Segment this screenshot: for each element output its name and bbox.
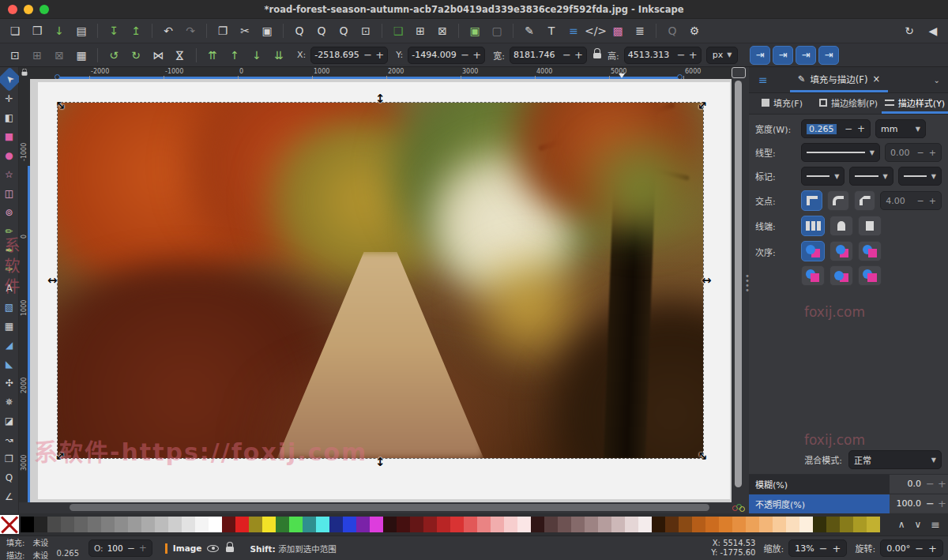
x-field[interactable]: -2518.695 −+: [310, 47, 388, 64]
palette-swatch[interactable]: [517, 517, 531, 532]
palette-swatch[interactable]: [88, 517, 101, 532]
palette-swatch[interactable]: [128, 517, 141, 532]
palette-swatch[interactable]: [504, 517, 517, 532]
palette-swatch[interactable]: [34, 517, 47, 532]
palette-swatch[interactable]: [773, 517, 786, 532]
tool-paint-bucket[interactable]: ◣: [1, 355, 18, 373]
color-management-icon[interactable]: [732, 504, 745, 513]
tool-pages[interactable]: ❐: [1, 449, 18, 468]
raise-icon[interactable]: ↑: [224, 46, 245, 65]
tool-ellipse[interactable]: ●: [1, 146, 18, 164]
palette-swatch[interactable]: [303, 517, 316, 532]
text-dialog-icon[interactable]: T: [541, 21, 562, 40]
tool-node-editor[interactable]: ✛: [1, 89, 18, 107]
palette-swatch[interactable]: [799, 517, 813, 532]
display-mode-icon[interactable]: [732, 67, 746, 78]
ungroup-icon[interactable]: ▢: [487, 21, 507, 40]
tool-gradient[interactable]: ▧: [1, 298, 18, 316]
cap-square-button[interactable]: [858, 216, 882, 236]
duplicate-icon[interactable]: ❑: [388, 21, 408, 40]
palette-swatch[interactable]: [544, 517, 558, 532]
palette-swatch[interactable]: [370, 517, 383, 532]
palette-swatch[interactable]: [625, 517, 638, 532]
selected-image[interactable]: [58, 103, 703, 458]
palette-swatch[interactable]: [813, 517, 826, 532]
find-icon[interactable]: Q: [662, 21, 683, 40]
dash-pattern-dropdown[interactable]: ▼: [801, 143, 880, 162]
current-layer-name[interactable]: Image: [173, 543, 202, 553]
stroke-value[interactable]: 未设: [32, 549, 48, 560]
palette-swatch[interactable]: [74, 517, 88, 532]
palette-swatch[interactable]: [679, 517, 692, 532]
tool-tweak[interactable]: ✣: [1, 374, 18, 392]
swatches-dialog-icon[interactable]: ▩: [608, 21, 628, 40]
palette-swatch[interactable]: [571, 517, 585, 532]
opacity-field[interactable]: O: 100 − +: [88, 539, 152, 557]
undo-icon[interactable]: ↶: [158, 21, 179, 40]
lower-icon[interactable]: ↓: [246, 46, 267, 65]
palette-swatch[interactable]: [692, 517, 705, 532]
tool-eraser[interactable]: ◪: [1, 412, 18, 430]
opacity-slider[interactable]: 不透明度(%): [749, 494, 890, 513]
zoom-page-icon[interactable]: Q: [311, 21, 332, 40]
palette-swatch[interactable]: [853, 517, 867, 532]
height-field[interactable]: 4513.313 −+: [624, 47, 702, 64]
stroke-unit-dropdown[interactable]: mm ▼: [875, 119, 926, 138]
collapse-snapbar-icon[interactable]: ◀: [923, 21, 943, 40]
subtab-stroke-style[interactable]: 描边样式(Y): [882, 93, 948, 114]
palette-swatch[interactable]: [665, 517, 679, 532]
scale-gradient-toggle[interactable]: ⇥: [796, 46, 816, 65]
palette-menu-icon[interactable]: ≡: [931, 518, 940, 531]
fill-value[interactable]: 未设: [32, 536, 48, 548]
tool-spray[interactable]: ✵: [1, 393, 18, 411]
tool-star[interactable]: ☆: [1, 165, 18, 183]
palette-swatch[interactable]: [209, 517, 222, 532]
export-icon[interactable]: ↥: [126, 21, 146, 40]
layers-dialog-icon[interactable]: ≡: [563, 21, 584, 40]
palette-swatch[interactable]: [491, 517, 504, 532]
palette-swatch[interactable]: [249, 517, 262, 532]
palette-swatch[interactable]: [21, 517, 34, 532]
palette-swatch[interactable]: [840, 517, 853, 532]
palette-swatch[interactable]: [383, 517, 397, 532]
palette-swatch[interactable]: [397, 517, 410, 532]
select-all-layers-icon[interactable]: ⊞: [27, 46, 47, 65]
rotate-ccw-icon[interactable]: ↺: [103, 46, 124, 65]
save-document-icon[interactable]: ↓: [49, 21, 70, 40]
palette-swatch[interactable]: [262, 517, 276, 532]
palette-swatch[interactable]: [115, 517, 128, 532]
subtab-stroke-paint[interactable]: 描边绘制(P): [815, 93, 882, 114]
palette-swatch[interactable]: [61, 517, 74, 532]
palette-swatch[interactable]: [611, 517, 625, 532]
flip-horizontal-icon[interactable]: ⋈: [148, 46, 168, 65]
scale-stroke-toggle[interactable]: ⇥: [750, 46, 770, 65]
palette-swatch[interactable]: [558, 517, 571, 532]
clone-icon[interactable]: ⊞: [410, 21, 431, 40]
scale-handle-left[interactable]: ↔: [47, 275, 58, 287]
tool-3d-box[interactable]: ◫: [1, 184, 18, 202]
paint-order-button-2[interactable]: [830, 241, 853, 261]
cap-round-button[interactable]: [830, 216, 853, 236]
palette-swatch[interactable]: [155, 517, 168, 532]
horizontal-scrollbar[interactable]: [30, 502, 732, 513]
palette-swatch[interactable]: [786, 517, 799, 532]
palette-swatch[interactable]: [423, 517, 437, 532]
marker-mid-dropdown[interactable]: ▼: [849, 167, 893, 186]
zoom-frame-icon[interactable]: ⊡: [356, 21, 376, 40]
deselect-icon[interactable]: ⊠: [49, 46, 70, 65]
palette-swatch[interactable]: [464, 517, 477, 532]
palette-swatch[interactable]: [141, 517, 155, 532]
blur-slider[interactable]: 模糊(%): [749, 475, 890, 494]
tool-connector[interactable]: ↝: [1, 430, 18, 449]
scale-handle-top[interactable]: ↕: [375, 93, 386, 105]
layer-visibility-icon[interactable]: [207, 545, 219, 552]
paint-order-button-3[interactable]: [858, 241, 882, 261]
join-round-button[interactable]: [827, 190, 848, 211]
cut-icon[interactable]: ✂: [235, 21, 255, 40]
layer-lock-icon[interactable]: [226, 545, 234, 552]
tool-shape-builder[interactable]: ◧: [1, 108, 18, 126]
print-icon[interactable]: ▤: [71, 21, 92, 40]
palette-scroll-down-icon[interactable]: ∨: [914, 519, 921, 530]
palette-swatch[interactable]: [531, 517, 544, 532]
new-document-icon[interactable]: ❏: [5, 21, 25, 40]
